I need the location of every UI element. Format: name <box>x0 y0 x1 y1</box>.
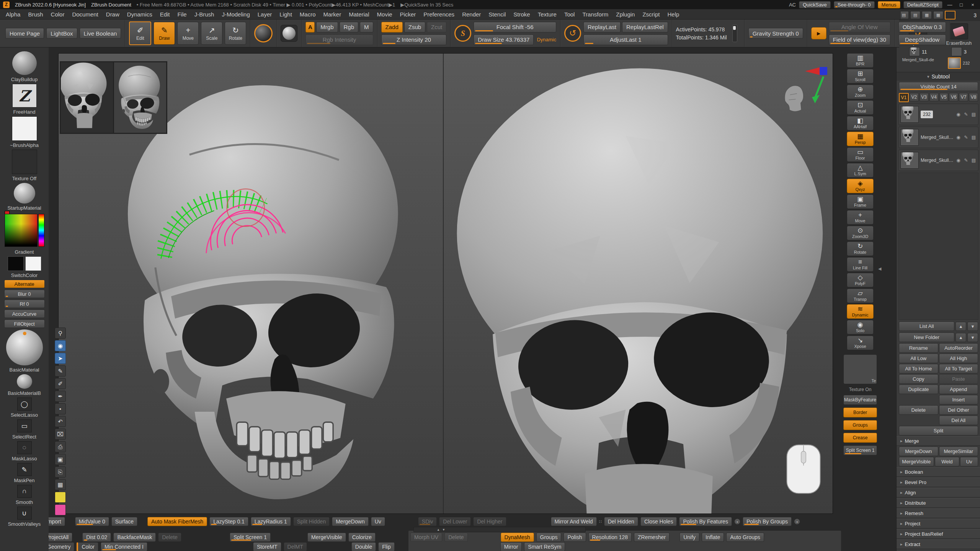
bottom-delete[interactable]: Delete <box>444 533 467 542</box>
undo-icon[interactable]: ↶ <box>55 416 66 427</box>
menu-render[interactable]: Render <box>459 10 484 18</box>
bottom-lazyradius-1[interactable]: LazyRadius 1 <box>251 517 291 526</box>
paint-icon[interactable]: ✎ <box>963 158 969 163</box>
bottom-morph-uv[interactable]: Morph UV <box>410 533 442 542</box>
folder-icon[interactable]: ▤ <box>971 112 977 117</box>
bottom-split-screen-1[interactable]: Split Screen 1 <box>230 533 271 542</box>
angle-of-view-slider[interactable]: Angle Of View <box>829 22 890 33</box>
crease-button[interactable]: Crease <box>843 433 877 443</box>
bottom-unify[interactable]: Unify <box>679 533 699 542</box>
bottom-mirror-and-weld[interactable]: Mirror And Weld <box>551 517 597 526</box>
shelf-qxyz[interactable]: ◈Qxyz <box>847 179 874 193</box>
list-all-button[interactable]: List All <box>899 321 954 331</box>
menu-tool[interactable]: Tool <box>561 10 578 18</box>
shelf-move[interactable]: +Move <box>847 210 874 225</box>
texture-on-label[interactable]: Texture On <box>849 387 872 392</box>
bottom-resolution-128[interactable]: Resolution 128 <box>588 533 632 542</box>
dynamic-label[interactable]: Dynamic <box>537 37 556 42</box>
main-color-swatch[interactable] <box>8 256 24 271</box>
menu-stroke[interactable]: Stroke <box>510 10 533 18</box>
menu-movie[interactable]: Movie <box>374 10 396 18</box>
menu-transform[interactable]: Transform <box>579 10 612 18</box>
bottom-backfacemask[interactable]: BackfaceMask <box>113 533 156 542</box>
doc-grid2-icon[interactable]: ▤ <box>910 11 920 19</box>
bottom-split-hidden[interactable]: Split Hidden <box>293 517 330 526</box>
sv-picker[interactable] <box>5 214 38 247</box>
z-intensity-slider[interactable]: Z Intensity 20 <box>381 34 447 45</box>
camera-icon[interactable]: ▸ <box>811 27 826 39</box>
rf-slider[interactable]: Rf 0 <box>4 300 45 308</box>
action-mergesimilar[interactable]: MergeSimilar <box>939 447 978 456</box>
bottom-mergevisible[interactable]: MergeVisible <box>307 533 346 542</box>
skull-mini-thumb[interactable] <box>909 47 920 56</box>
rgb-button[interactable]: Rgb <box>340 22 359 33</box>
bottom-del-higher[interactable]: Del Higher <box>473 517 506 526</box>
subtool-list-empty-area[interactable] <box>898 173 978 320</box>
mode-draw[interactable]: ✎Draw <box>154 22 175 45</box>
color-picker[interactable] <box>5 212 44 248</box>
vtab-v2[interactable]: V2 <box>910 93 919 101</box>
bottom-double[interactable]: Double <box>351 542 376 551</box>
menu-picker[interactable]: Picker <box>397 10 420 18</box>
current-brush-preview[interactable] <box>254 24 273 42</box>
bottom-mirror[interactable]: Mirror <box>500 542 522 551</box>
fillobject-button[interactable]: FillObject <box>4 320 45 328</box>
mask-by-feature-button[interactable]: MaskByFeature <box>843 395 877 405</box>
vtab-v3[interactable]: V3 <box>920 93 929 101</box>
printer-icon[interactable]: ⎙ <box>55 441 66 452</box>
mode-rotate[interactable]: ↻Rotate <box>225 22 246 45</box>
blur-slider[interactable]: Blur 0 <box>4 290 45 298</box>
bottom-groups[interactable]: Groups <box>536 533 562 542</box>
action-all-to-target[interactable]: All To Target <box>939 364 978 373</box>
accucurve-button[interactable]: AccuCurve <box>4 310 45 318</box>
shelf-rotate[interactable]: ↻Rotate <box>847 241 874 256</box>
bottom-smart-resym[interactable]: Smart ReSym <box>524 542 565 551</box>
bottom-zremesher[interactable]: ZRemesher <box>634 533 670 542</box>
shelf-transp[interactable]: ▱Transp <box>847 289 874 303</box>
bottom-lazystep-0-1[interactable]: LazyStep 0.1 <box>209 517 248 526</box>
panel-divider-handle[interactable]: ◀ <box>878 266 881 271</box>
section-distribute[interactable]: ▸Distribute <box>897 498 980 508</box>
menu-draw[interactable]: Draw <box>103 10 123 18</box>
texture-thumb[interactable] <box>12 150 37 174</box>
polish-toggle-icon[interactable]: ● <box>734 518 740 525</box>
hue-bar[interactable] <box>38 214 44 247</box>
split-screen-slider[interactable]: Split Screen 1 <box>843 445 877 455</box>
shelf-floor[interactable]: ▭Floor <box>847 147 874 162</box>
bottom-dynamesh[interactable]: DynaMesh <box>501 533 534 542</box>
vtab-v5[interactable]: V5 <box>939 93 949 101</box>
mask-lasso-thumb[interactable]: ◌ <box>17 441 32 454</box>
menu-macro[interactable]: Macro <box>296 10 319 18</box>
layout-grid-icon[interactable]: ▦ <box>922 11 932 19</box>
menu-preferences[interactable]: Preferences <box>420 10 458 18</box>
eye-icon[interactable]: ◉ <box>956 135 961 140</box>
bottom-uv[interactable]: Uv <box>371 517 385 526</box>
pick-cursor-icon[interactable]: ➤ <box>55 353 66 364</box>
mrgb-button[interactable]: Mrgb <box>316 22 338 33</box>
menu-material[interactable]: Material <box>345 10 372 18</box>
folder-up-button[interactable]: ▲ <box>956 333 966 342</box>
action-all-high[interactable]: All High <box>939 354 978 363</box>
vtab-v1[interactable]: V1 <box>899 93 909 102</box>
section-bevel-pro[interactable]: ▸Bevel Pro <box>897 478 980 487</box>
folder-icon[interactable]: ▤ <box>971 135 977 140</box>
dot-brush-icon[interactable]: • <box>55 403 66 414</box>
auto-badge[interactable]: A <box>305 22 315 33</box>
texture-preview-panel[interactable]: Te <box>843 354 877 384</box>
vtab-v7[interactable]: V7 <box>959 93 968 101</box>
quicksave-button[interactable]: QuickSave <box>799 1 831 8</box>
active-tool-mini-thumb[interactable] <box>945 11 956 20</box>
mode-edit[interactable]: ✐Edit <box>129 21 151 45</box>
bottom-min-connected-i[interactable]: Min Connected I <box>101 542 147 551</box>
shelf-frame[interactable]: ▣Frame <box>847 194 874 209</box>
replay-last-rel-button[interactable]: ReplayLastRel <box>622 22 668 33</box>
section-align[interactable]: ▸Align <box>897 488 980 497</box>
bottom-polish-by-groups[interactable]: Polish By Groups <box>743 517 792 526</box>
section-remesh[interactable]: ▸Remesh <box>897 509 980 518</box>
bottom-colorize[interactable]: Colorize <box>348 533 376 542</box>
shelf-aahalf[interactable]: ◧AAHalf <box>847 116 874 130</box>
action-del-other[interactable]: Del Other <box>939 405 978 415</box>
bottom-polish[interactable]: Polish <box>564 533 586 542</box>
snapshot-icon[interactable]: ▣ <box>55 454 66 465</box>
draw-size-slider[interactable]: Draw Size 43.76337 <box>474 34 534 45</box>
